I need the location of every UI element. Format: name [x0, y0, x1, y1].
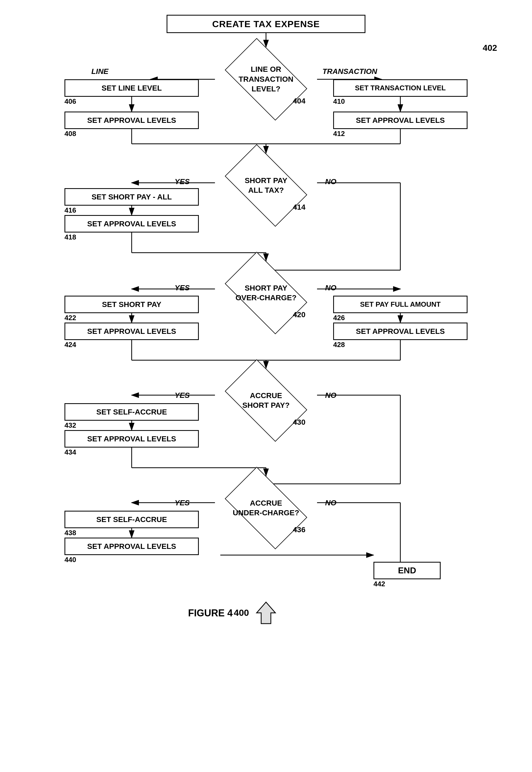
yes2-label: YES [175, 177, 190, 186]
ref-428: 428 [333, 340, 345, 349]
decision5-diamond: ACCRUEUNDER-CHARGE? [215, 476, 317, 540]
decision2-diamond: SHORT PAYALL TAX? [215, 153, 317, 218]
arrow-up-icon [255, 601, 277, 626]
ref-426: 426 [333, 314, 345, 322]
no3-label: NO [325, 283, 336, 292]
set-short-pay-box: SET SHORT PAY [64, 296, 199, 313]
ref-432: 432 [64, 421, 76, 430]
figure-label: FIGURE 4 [188, 608, 233, 619]
ref-412: 412 [333, 130, 345, 138]
decision5-text: ACCRUEUNDER-CHARGE? [215, 476, 317, 540]
transaction-label: TRANSACTION [322, 67, 377, 76]
set-approval-levels-412-box: SET APPROVAL LEVELS [333, 112, 468, 129]
set-approval-levels-424-box: SET APPROVAL LEVELS [64, 322, 199, 340]
set-self-accrue-438-box: SET SELF-ACCRUE [64, 511, 199, 528]
set-transaction-level-box: SET TRANSACTION LEVEL [333, 79, 468, 97]
ref-442: 442 [373, 580, 385, 588]
set-approval-levels-408-box: SET APPROVAL LEVELS [64, 112, 199, 129]
yes4-label: YES [175, 391, 190, 400]
svg-marker-43 [257, 602, 275, 624]
diagram-container: CREATE TAX EXPENSE 402 LINE ORTRANSACTIO… [0, 0, 532, 772]
set-approval-levels-434-box: SET APPROVAL LEVELS [64, 430, 199, 448]
set-short-pay-all-box: SET SHORT PAY - ALL [64, 188, 199, 206]
decision3-text: SHORT PAYOVER-CHARGE? [215, 261, 317, 325]
set-approval-levels-418-box: SET APPROVAL LEVELS [64, 215, 199, 232]
decision3-diamond: SHORT PAYOVER-CHARGE? [215, 261, 317, 325]
ref-416: 416 [64, 206, 76, 214]
start-box: CREATE TAX EXPENSE [167, 15, 365, 33]
figure-number: 400 [234, 608, 249, 618]
ref-402: 402 [483, 43, 497, 53]
no5-label: NO [325, 499, 336, 507]
yes3-label: YES [175, 283, 190, 292]
set-approval-levels-428-box: SET APPROVAL LEVELS [333, 322, 468, 340]
ref-440: 440 [64, 556, 76, 564]
ref-408: 408 [64, 130, 76, 138]
decision2-text: SHORT PAYALL TAX? [215, 153, 317, 218]
decision1-diamond: LINE ORTRANSACTIONLEVEL? [215, 47, 317, 112]
line-label: LINE [91, 67, 109, 76]
ref-406: 406 [64, 97, 76, 106]
decision4-text: ACCRUESHORT PAY? [215, 368, 317, 433]
decision4-diamond: ACCRUESHORT PAY? [215, 368, 317, 433]
ref-410: 410 [333, 97, 345, 106]
ref-434: 434 [64, 448, 76, 457]
yes5-label: YES [175, 499, 190, 507]
end-box: END [373, 562, 441, 579]
ref-418: 418 [64, 233, 76, 241]
no4-label: NO [325, 391, 336, 400]
no2-label: NO [325, 177, 336, 186]
set-line-level-box: SET LINE LEVEL [64, 79, 199, 97]
ref-438: 438 [64, 529, 76, 537]
set-pay-full-amount-box: SET PAY FULL AMOUNT [333, 296, 468, 313]
set-self-accrue-432-box: SET SELF-ACCRUE [64, 403, 199, 421]
ref-422: 422 [64, 314, 76, 322]
set-approval-levels-440-box: SET APPROVAL LEVELS [64, 538, 199, 555]
ref-424: 424 [64, 340, 76, 349]
decision1-text: LINE ORTRANSACTIONLEVEL? [215, 47, 317, 112]
